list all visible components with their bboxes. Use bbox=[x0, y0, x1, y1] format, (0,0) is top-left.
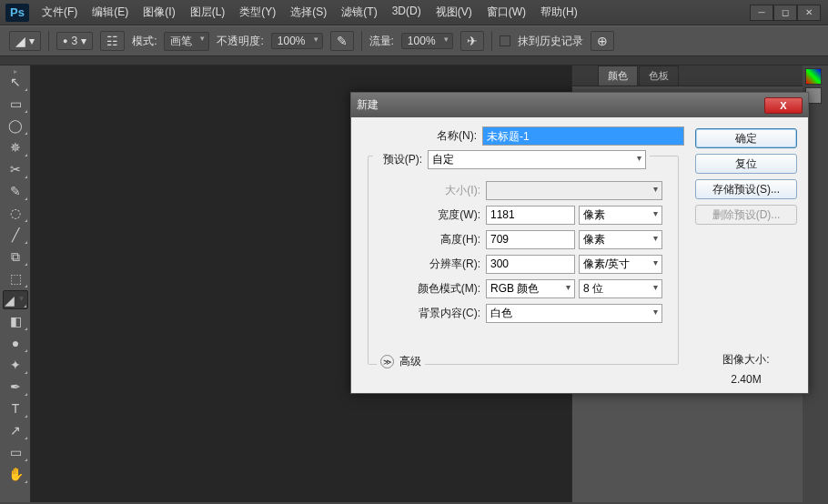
menu-type[interactable]: 类型(Y) bbox=[232, 5, 283, 20]
pressure-icon: ✎ bbox=[337, 34, 348, 48]
target-icon: ⊕ bbox=[597, 34, 608, 48]
tool-blur[interactable]: ● bbox=[3, 333, 28, 353]
name-input[interactable]: 未标题-1 bbox=[482, 126, 684, 146]
new-document-dialog: 新建 X 名称(N): 未标题-1 预设(P): 自定 大小(I): 宽度(W)… bbox=[350, 92, 809, 394]
tab-color[interactable]: 颜色 bbox=[598, 66, 638, 86]
size-label: 大小(I): bbox=[377, 183, 486, 198]
ok-button[interactable]: 确定 bbox=[695, 128, 797, 148]
brush-panel-icon: ☷ bbox=[106, 34, 118, 48]
height-label: 高度(H): bbox=[377, 232, 486, 247]
tool-dodge[interactable]: ✦ bbox=[3, 355, 28, 375]
tablet-pressure[interactable]: ⊕ bbox=[591, 31, 614, 51]
height-input[interactable]: 709 bbox=[486, 230, 575, 249]
tool-eraser[interactable]: ◢ bbox=[3, 290, 28, 309]
bg-label: 背景内容(C): bbox=[377, 306, 486, 321]
opacity-select[interactable]: 100% bbox=[271, 33, 323, 49]
tool-shape[interactable]: ▭ bbox=[3, 442, 28, 462]
menu-file[interactable]: 文件(F) bbox=[35, 5, 85, 20]
name-label: 名称(N): bbox=[362, 128, 482, 144]
close-button[interactable]: ✕ bbox=[797, 5, 821, 21]
res-unit[interactable]: 像素/英寸 bbox=[579, 255, 662, 274]
delete-preset-button: 删除预设(D)... bbox=[695, 205, 797, 225]
flow-select[interactable]: 100% bbox=[401, 33, 453, 49]
imagesize-label: 图像大小: bbox=[702, 352, 790, 368]
width-unit[interactable]: 像素 bbox=[579, 206, 662, 225]
advanced-toggle-icon[interactable]: ≫ bbox=[380, 355, 394, 368]
width-label: 宽度(W): bbox=[377, 207, 486, 223]
maximize-button[interactable]: ◻ bbox=[773, 5, 797, 21]
tool-eyedropper[interactable]: ✎ bbox=[3, 181, 28, 201]
width-input[interactable]: 1181 bbox=[486, 206, 575, 225]
tool-brush[interactable]: ╱ bbox=[3, 225, 28, 245]
tool-path[interactable]: ↗ bbox=[3, 420, 28, 440]
dialog-close-button[interactable]: X bbox=[764, 97, 803, 114]
erase-history-label: 抹到历史记录 bbox=[518, 34, 583, 49]
bitdepth-select[interactable]: 8 位 bbox=[579, 279, 662, 298]
tab-swatches[interactable]: 色板 bbox=[639, 66, 679, 86]
menu-3d[interactable]: 3D(D) bbox=[385, 5, 429, 20]
erase-history-checkbox[interactable] bbox=[500, 35, 510, 46]
bg-select[interactable]: 白色 bbox=[486, 304, 662, 323]
menu-image[interactable]: 图像(I) bbox=[136, 5, 182, 20]
advanced-label[interactable]: 高级 bbox=[399, 354, 421, 369]
height-unit[interactable]: 像素 bbox=[579, 230, 662, 249]
tool-move[interactable]: ↖ bbox=[3, 72, 28, 92]
reset-button[interactable]: 复位 bbox=[695, 154, 797, 174]
opacity-label: 不透明度: bbox=[217, 34, 263, 49]
brush-picker[interactable]: ●3▾ bbox=[56, 32, 93, 50]
tool-lasso[interactable]: ◯ bbox=[3, 116, 28, 136]
options-bar: ◢▾ ●3▾ ☷ 模式: 画笔 不透明度: 100% ✎ 流量: 100% ✈ … bbox=[0, 25, 828, 56]
menu-layer[interactable]: 图层(L) bbox=[183, 5, 233, 20]
color-ramp-icon[interactable] bbox=[805, 68, 822, 85]
tool-preset[interactable]: ◢▾ bbox=[9, 31, 41, 51]
flow-label: 流量: bbox=[369, 34, 394, 49]
document-tabs bbox=[0, 56, 828, 66]
colormode-select[interactable]: RGB 颜色 bbox=[486, 279, 575, 298]
mode-label: 模式: bbox=[132, 34, 157, 49]
app-logo: Ps bbox=[5, 4, 29, 22]
tool-history[interactable]: ⬚ bbox=[3, 268, 28, 288]
dialog-title: 新建 bbox=[357, 97, 379, 113]
brush-panel-toggle[interactable]: ☷ bbox=[100, 31, 125, 51]
airbrush-toggle[interactable]: ✈ bbox=[460, 31, 484, 51]
colormode-label: 颜色模式(M): bbox=[377, 281, 486, 297]
size-select bbox=[486, 181, 662, 200]
menu-select[interactable]: 选择(S) bbox=[283, 5, 334, 20]
tool-gradient[interactable]: ◧ bbox=[3, 311, 28, 331]
res-label: 分辨率(R): bbox=[377, 257, 486, 272]
menu-window[interactable]: 窗口(W) bbox=[480, 5, 533, 20]
tool-wand[interactable]: ✵ bbox=[3, 137, 28, 157]
minimize-button[interactable]: ─ bbox=[750, 5, 773, 21]
tool-crop[interactable]: ✂ bbox=[3, 159, 28, 179]
res-input[interactable]: 300 bbox=[486, 255, 575, 274]
preset-select[interactable]: 自定 bbox=[428, 150, 646, 169]
mode-select[interactable]: 画笔 bbox=[164, 32, 209, 51]
toolbox: ▸ ↖ ▭ ◯ ✵ ✂ ✎ ◌ ╱ ⧉ ⬚ ◢ ◧ ● ✦ ✒ T ↗ ▭ ✋ bbox=[0, 66, 31, 502]
tool-heal[interactable]: ◌ bbox=[3, 203, 28, 223]
tool-marquee[interactable]: ▭ bbox=[3, 94, 28, 114]
eraser-icon: ◢ bbox=[15, 34, 25, 48]
imagesize-value: 2.40M bbox=[702, 373, 790, 386]
tool-stamp[interactable]: ⧉ bbox=[3, 247, 28, 267]
airbrush-icon: ✈ bbox=[467, 34, 478, 48]
save-preset-button[interactable]: 存储预设(S)... bbox=[695, 179, 797, 199]
menu-help[interactable]: 帮助(H) bbox=[533, 5, 585, 20]
menu-edit[interactable]: 编辑(E) bbox=[85, 5, 136, 20]
menu-filter[interactable]: 滤镜(T) bbox=[334, 5, 384, 20]
main-menu: 文件(F) 编辑(E) 图像(I) 图层(L) 类型(Y) 选择(S) 滤镜(T… bbox=[35, 5, 585, 20]
tool-hand[interactable]: ✋ bbox=[3, 464, 28, 484]
tool-text[interactable]: T bbox=[3, 398, 28, 418]
preset-label: 预设(P): bbox=[377, 152, 428, 167]
menu-view[interactable]: 视图(V) bbox=[429, 5, 480, 20]
tool-pen[interactable]: ✒ bbox=[3, 377, 28, 397]
opacity-pressure[interactable]: ✎ bbox=[330, 31, 354, 51]
